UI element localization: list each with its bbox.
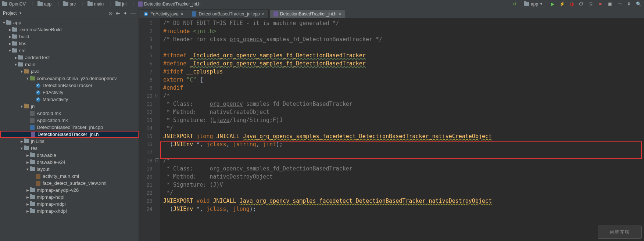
- tree-row[interactable]: ▶mipmap-hdpi: [0, 194, 139, 201]
- attach-icon[interactable]: ⎘: [587, 1, 594, 7]
- editor-tab[interactable]: DetectionBasedTracker_jni.cpp×: [188, 9, 268, 18]
- code-line[interactable]: * Method: nativeDestroyObject: [163, 173, 644, 181]
- tree-row[interactable]: ▼java: [0, 68, 139, 75]
- code-line[interactable]: #define _Included_org_opencv_samples_fd_…: [163, 60, 644, 68]
- tree-row[interactable]: ▶androidTest: [0, 54, 139, 61]
- tree-expand-arrow[interactable]: ▶: [26, 195, 29, 199]
- project-tree[interactable]: ▼app▶.externalNativeBuild▶build▶libs▼src…: [0, 18, 139, 241]
- code-line[interactable]: #include <jni.h>: [163, 27, 644, 35]
- tree-row[interactable]: ▶build: [0, 33, 139, 40]
- tree-expand-arrow[interactable]: ▼: [20, 70, 24, 73]
- fold-gutter[interactable]: −−: [155, 18, 160, 241]
- tree-expand-arrow[interactable]: ▶: [8, 42, 12, 46]
- tree-row[interactable]: ▶mipmap-anydpi-v26: [0, 187, 139, 194]
- locate-icon[interactable]: ⊙: [108, 10, 113, 16]
- hide-icon[interactable]: —: [130, 10, 136, 16]
- tree-row[interactable]: ▶libs: [0, 40, 139, 47]
- editor-tab[interactable]: DetectionBasedTracker_jni.h×: [269, 9, 346, 18]
- close-icon[interactable]: ×: [180, 11, 183, 17]
- breadcrumb-item[interactable]: jni: [115, 1, 126, 7]
- tree-row[interactable]: ▼jni: [0, 103, 139, 110]
- breadcrumb-item[interactable]: src: [63, 1, 76, 7]
- code-line[interactable]: (JNIEnv *, jclass, jlong);: [163, 205, 644, 213]
- tree-expand-arrow[interactable]: ▼: [20, 147, 24, 150]
- search-icon[interactable]: 🔍: [635, 1, 642, 7]
- tree-expand-arrow[interactable]: ▼: [2, 21, 6, 25]
- tree-expand-arrow[interactable]: ▶: [26, 209, 29, 213]
- sync-icon[interactable]: ↺: [511, 1, 518, 7]
- tree-row[interactable]: ▶drawable: [0, 152, 139, 159]
- code-line[interactable]: JNIEXPORT jlong JNICALL Java_org_opencv_…: [163, 132, 644, 140]
- tree-row[interactable]: ▼res: [0, 145, 139, 152]
- tree-row[interactable]: ▶jniLibs: [0, 138, 139, 145]
- tree-expand-arrow[interactable]: ▼: [26, 168, 29, 171]
- tree-row[interactable]: ·CDetectionBasedTracker: [0, 82, 139, 89]
- tree-row[interactable]: ▼com.example.china_yzh.demoopencv: [0, 75, 139, 82]
- run-icon[interactable]: ▶: [549, 1, 556, 7]
- tree-expand-arrow[interactable]: ▶: [26, 202, 29, 206]
- tree-row[interactable]: ▼src: [0, 47, 139, 54]
- tree-expand-arrow[interactable]: ▼: [8, 49, 12, 53]
- code-line[interactable]: * Class: org_opencv_samples_fd_Detection…: [163, 165, 644, 173]
- layout-icon[interactable]: ▣: [607, 1, 613, 7]
- tree-row[interactable]: ▼app: [0, 19, 139, 26]
- code-line[interactable]: */: [163, 124, 644, 132]
- tree-row[interactable]: ▼layout: [0, 166, 139, 173]
- tree-expand-arrow[interactable]: ▶: [26, 161, 29, 164]
- tree-row[interactable]: ▶.externalNativeBuild: [0, 26, 139, 33]
- tree-expand-arrow[interactable]: ▼: [20, 105, 24, 108]
- code-line[interactable]: /* Header for class org_opencv_samples_f…: [163, 35, 644, 43]
- tree-row[interactable]: ▶drawable-v24: [0, 159, 139, 166]
- tree-expand-arrow[interactable]: ▼: [14, 63, 18, 66]
- code-line[interactable]: /*: [163, 92, 644, 100]
- profile-icon[interactable]: ⏱: [578, 1, 584, 7]
- tree-row[interactable]: ·CMainActivity: [0, 96, 139, 103]
- settings-icon[interactable]: ✦: [123, 10, 128, 16]
- code-line[interactable]: [163, 148, 644, 157]
- tree-expand-arrow[interactable]: ▼: [26, 77, 29, 80]
- avd-icon[interactable]: ▭: [616, 1, 623, 7]
- fold-toggle[interactable]: −: [155, 158, 159, 162]
- code-line[interactable]: #endif: [163, 84, 644, 92]
- tree-expand-arrow[interactable]: ▶: [8, 28, 12, 32]
- tree-expand-arrow[interactable]: ▶: [14, 56, 18, 60]
- code-line[interactable]: * Signature: (J)V: [163, 181, 644, 189]
- code-line[interactable]: * Signature: (Ljava/lang/String;F)J: [163, 116, 644, 124]
- tree-expand-arrow[interactable]: ▶: [26, 188, 29, 192]
- code-line[interactable]: JNIEXPORT void JNICALL Java_org_opencv_s…: [163, 197, 644, 205]
- tree-expand-arrow[interactable]: ▶: [26, 154, 29, 157]
- code-line[interactable]: /* DO NOT EDIT THIS FILE - it is machine…: [163, 19, 644, 27]
- tree-row[interactable]: ·activity_main.xml: [0, 173, 139, 180]
- tree-row[interactable]: ·CFdActivity: [0, 89, 139, 96]
- stop-icon[interactable]: ■: [597, 1, 604, 7]
- chevron-down-icon[interactable]: ▼: [19, 11, 22, 15]
- tree-row[interactable]: ·DetectionBasedTracker_jni.cpp: [0, 124, 139, 131]
- code-line[interactable]: (JNIEnv *, jclass, jstring, jint);: [163, 140, 644, 148]
- code-line[interactable]: #ifdef __cplusplus: [163, 68, 644, 76]
- breadcrumb-item[interactable]: main: [87, 1, 104, 7]
- code-line[interactable]: */: [163, 189, 644, 197]
- tree-expand-arrow[interactable]: ▶: [8, 35, 12, 39]
- code-content[interactable]: /* DO NOT EDIT THIS FILE - it is machine…: [160, 18, 644, 241]
- tree-row[interactable]: ·DetectionBasedTracker_jni.h: [0, 131, 139, 138]
- breadcrumb-item[interactable]: app: [37, 1, 51, 7]
- code-line[interactable]: extern "C" {: [163, 76, 644, 84]
- editor-tab[interactable]: CFdActivity.java×: [140, 9, 187, 18]
- close-icon[interactable]: ×: [339, 11, 341, 17]
- code-line[interactable]: #ifndef _Included_org_opencv_samples_fd_…: [163, 51, 644, 60]
- breadcrumb-item[interactable]: OpenCV: [2, 1, 26, 7]
- tree-row[interactable]: ·Application.mk: [0, 117, 139, 124]
- fold-toggle[interactable]: −: [155, 94, 159, 97]
- run-config-selector[interactable]: app ▼: [521, 1, 546, 7]
- code-editor[interactable]: 123456789101112131415⇄1617181920212223⇄2…: [139, 18, 644, 241]
- apply-changes-icon[interactable]: ⚡: [559, 1, 565, 7]
- tree-row[interactable]: ▶mipmap-mdpi: [0, 201, 139, 208]
- code-line[interactable]: * Class: org_opencv_samples_fd_Detection…: [163, 100, 644, 108]
- code-line[interactable]: /*: [163, 157, 644, 165]
- sdk-icon[interactable]: ⬇: [626, 1, 632, 7]
- close-icon[interactable]: ×: [262, 11, 265, 17]
- code-line[interactable]: [163, 43, 644, 51]
- code-line[interactable]: * Method: nativeCreateObject: [163, 108, 644, 116]
- collapse-icon[interactable]: ⇤: [116, 10, 120, 16]
- tree-row[interactable]: ▶mipmap-xhdpi: [0, 208, 139, 215]
